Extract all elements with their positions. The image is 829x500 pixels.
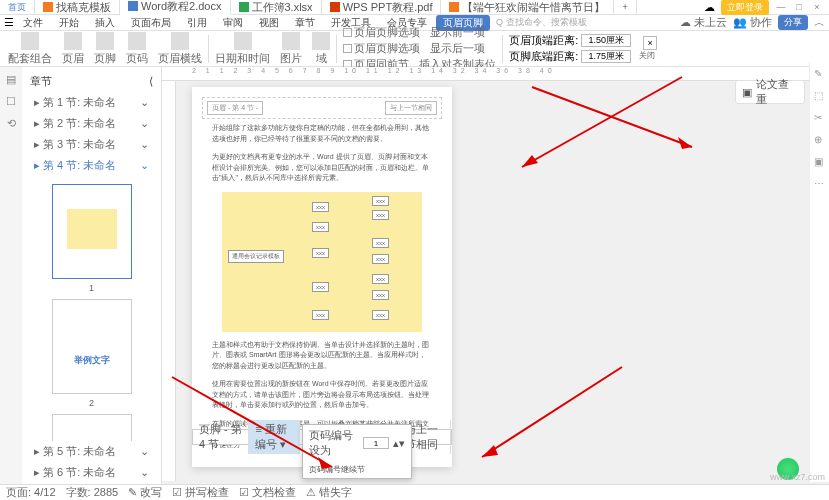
thumb-number: 2 — [30, 398, 153, 408]
maximize-button[interactable]: □ — [793, 1, 805, 13]
diagram-node: xxx — [372, 254, 389, 264]
command-search[interactable]: Q 查找命令、搜索模板 — [496, 16, 587, 29]
ribbon-pagenum[interactable]: 页码 — [122, 32, 152, 66]
ribbon-options: 页眉页脚选项 显示前一项 页眉页脚选项 显示后一项 页眉同前节 插入对齐制表位 — [339, 25, 500, 72]
footer-dist-input[interactable] — [581, 50, 631, 63]
chevron-up-icon[interactable]: ︿ — [814, 15, 825, 30]
page-thumbnail[interactable]: 举例文字 — [52, 299, 132, 394]
menu-review[interactable]: 审阅 — [216, 15, 250, 31]
zoom-icon[interactable]: ⊕ — [814, 134, 826, 146]
checkbox[interactable] — [343, 44, 352, 53]
pen-icon[interactable]: ✎ — [814, 68, 826, 80]
page-thumbnail[interactable] — [52, 184, 132, 279]
ribbon-footer[interactable]: 页脚 — [90, 32, 120, 66]
share-button[interactable]: 分享 — [778, 15, 808, 30]
doc-icon — [43, 2, 53, 12]
ribbon-combo[interactable]: 配套组合 — [4, 32, 56, 66]
bookmark-icon[interactable]: ☐ — [4, 95, 18, 109]
tab-home[interactable]: 首页 — [0, 0, 35, 15]
chapter-item[interactable]: ▸ 第 3 节: 未命名⌄ — [26, 134, 157, 155]
doc-check[interactable]: ☑ 文档检查 — [239, 485, 296, 500]
header-section-label: 页眉 - 第 4 节 - — [207, 101, 263, 115]
menu-file[interactable]: 文件 — [16, 15, 50, 31]
page-thumbnail[interactable] — [52, 414, 132, 441]
select-icon[interactable]: ⬚ — [814, 90, 826, 102]
nav-icon[interactable]: ⟲ — [4, 117, 18, 131]
collab-button[interactable]: 👥 协作 — [733, 15, 772, 30]
header-area[interactable]: 页眉 - 第 4 节 - 与上一节相同 — [202, 97, 442, 119]
page-indicator[interactable]: 页面: 4/12 — [6, 485, 56, 500]
chapter-item[interactable]: ▸ 第 1 节: 未命名⌄ — [26, 92, 157, 113]
tab-duanwu[interactable]: 【端午狂欢闹端午惜离节日】 — [441, 0, 614, 15]
menu-view[interactable]: 视图 — [252, 15, 286, 31]
word-count[interactable]: 字数: 2885 — [66, 485, 119, 500]
more-icon[interactable]: ⋯ — [814, 178, 826, 190]
thumb-number: 1 — [30, 283, 153, 293]
stepper-icon[interactable]: ▴▾ — [393, 437, 405, 450]
close-hf-button[interactable]: × — [643, 36, 657, 50]
main: ▤ ☐ ⟲ 章节 ⟨ ▸ 第 1 节: 未命名⌄ ▸ 第 2 节: 未命名⌄ ▸… — [0, 67, 829, 487]
ribbon-field[interactable]: 域 — [308, 32, 334, 66]
diagram-node: xxx — [372, 238, 389, 248]
page: 页眉 - 第 4 节 - 与上一节相同 开始组除了这款多功能方便你自定稿的功能，… — [192, 87, 452, 467]
diagram-node: xxx — [312, 202, 329, 212]
ribbon: 配套组合 页眉 页脚 页码 页眉横线 日期和时间 图片 域 页眉页脚选项 显示前… — [0, 31, 829, 67]
doc-icon — [449, 2, 459, 12]
menu-insert[interactable]: 插入 — [88, 15, 122, 31]
chapter-item-selected[interactable]: ▸ 第 4 节: 未命名⌄ — [26, 155, 157, 176]
tab-label: 工作簿3.xlsx — [252, 0, 313, 15]
tab-template[interactable]: 找稿克模板 — [35, 0, 120, 15]
tab-label: Word教程2.docx — [141, 0, 222, 14]
menu-start[interactable]: 开始 — [52, 15, 86, 31]
header-dist-input[interactable] — [581, 34, 631, 47]
renumber-button[interactable]: ≡ 重新编号 ▾ — [249, 420, 299, 454]
tab-new[interactable]: + — [614, 0, 636, 15]
spellcheck-status[interactable]: ☑ 拼写检查 — [172, 485, 229, 500]
statusbar: 页面: 4/12 字数: 2885 ✎ 改写 ☑ 拼写检查 ☑ 文档检查 ⚠ 错… — [0, 484, 829, 500]
doc-icon — [239, 2, 249, 12]
doc-icon — [330, 2, 340, 12]
menu-layout[interactable]: 页面布局 — [124, 15, 178, 31]
header-dist-label: 页眉顶端距离: — [509, 33, 578, 48]
pagenum-input[interactable] — [363, 437, 389, 449]
menu-references[interactable]: 引用 — [180, 15, 214, 31]
same-as-previous[interactable]: 与上一节相同 — [385, 101, 437, 115]
minimize-button[interactable]: — — [775, 1, 787, 13]
chapter-item[interactable]: ▸ 第 2 节: 未命名⌄ — [26, 113, 157, 134]
document-canvas[interactable]: 2 1 1 2 3 4 5 6 7 8 9 10 11 12 13 14 32 … — [162, 67, 829, 487]
ribbon-hf-line[interactable]: 页眉横线 — [154, 32, 206, 66]
plagiarism-check-panel[interactable]: ▣ 论文查重 — [735, 80, 805, 104]
app-menu-icon[interactable]: ☰ — [4, 16, 14, 29]
tab-word-doc[interactable]: Word教程2.docx — [120, 0, 231, 15]
ribbon-picture[interactable]: 图片 — [276, 32, 306, 66]
chapter-item[interactable]: ▸ 第 5 节: 未命名⌄ — [26, 441, 157, 462]
ribbon-datetime[interactable]: 日期和时间 — [211, 32, 274, 66]
collapse-icon[interactable]: ⟨ — [149, 75, 153, 88]
footer-dist-label: 页脚底端距离: — [509, 49, 578, 64]
continue-pagenum-row[interactable]: 页码编号继续节 — [303, 461, 411, 478]
err-check[interactable]: ⚠ 错失字 — [306, 485, 352, 500]
tab-pdf[interactable]: WPS PPT教程.pdf — [322, 0, 442, 15]
layers-icon[interactable]: ▣ — [814, 156, 826, 168]
tab-label: 找稿克模板 — [56, 0, 111, 15]
paragraph: 主题和样式也有助于文档保持协调。当单击设计并选择新的主题时，图片、图表或 Sma… — [202, 336, 442, 376]
proof-status[interactable]: ✎ 改写 — [128, 485, 162, 500]
set-pagenum-row[interactable]: 页码编号设为 ▴▾ — [303, 425, 411, 461]
outline-icon[interactable]: ▤ — [4, 73, 18, 87]
chapter-item[interactable]: ▸ 第 6 节: 未命名⌄ — [26, 462, 157, 483]
close-window-button[interactable]: × — [811, 1, 823, 13]
ribbon-header[interactable]: 页眉 — [58, 32, 88, 66]
cloud-icon[interactable]: ☁ — [704, 1, 715, 14]
cloud-status[interactable]: ☁ 未上云 — [680, 15, 727, 30]
clip-icon[interactable]: ✂ — [814, 112, 826, 124]
activity-bar: ▤ ☐ ⟲ — [0, 67, 22, 487]
tab-label: WPS PPT教程.pdf — [343, 0, 433, 15]
diagram-node: xxx — [372, 290, 389, 300]
login-button[interactable]: 立即登录 — [721, 0, 769, 15]
paragraph: 为更好的文档具有更专业的水平，Word 提供了页眉、页脚 封面和文本框设计会排所… — [202, 148, 442, 188]
menu-section[interactable]: 章节 — [288, 15, 322, 31]
thumbnail-area: 1 举例文字 2 — [26, 176, 157, 441]
checkbox[interactable] — [343, 28, 352, 37]
tab-xlsx[interactable]: 工作簿3.xlsx — [231, 0, 322, 15]
doc-icon — [128, 1, 138, 11]
